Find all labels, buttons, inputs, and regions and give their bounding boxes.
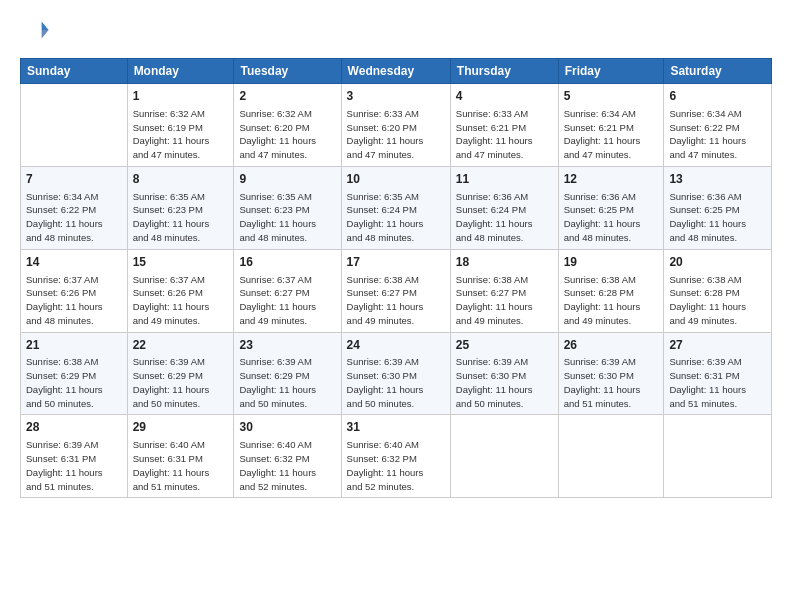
day-info: Sunrise: 6:32 AM Sunset: 6:19 PM Dayligh… [133,107,229,162]
day-number: 12 [564,171,659,188]
day-number: 8 [133,171,229,188]
day-number: 20 [669,254,766,271]
calendar-cell: 1Sunrise: 6:32 AM Sunset: 6:19 PM Daylig… [127,84,234,167]
day-info: Sunrise: 6:39 AM Sunset: 6:31 PM Dayligh… [669,355,766,410]
day-number: 17 [347,254,445,271]
calendar-cell: 27Sunrise: 6:39 AM Sunset: 6:31 PM Dayli… [664,332,772,415]
day-info: Sunrise: 6:34 AM Sunset: 6:22 PM Dayligh… [669,107,766,162]
svg-marker-1 [42,30,49,38]
day-number: 9 [239,171,335,188]
day-number: 23 [239,337,335,354]
day-number: 31 [347,419,445,436]
calendar-cell: 31Sunrise: 6:40 AM Sunset: 6:32 PM Dayli… [341,415,450,498]
calendar-cell: 19Sunrise: 6:38 AM Sunset: 6:28 PM Dayli… [558,249,664,332]
day-number: 29 [133,419,229,436]
calendar-cell: 18Sunrise: 6:38 AM Sunset: 6:27 PM Dayli… [450,249,558,332]
day-number: 4 [456,88,553,105]
day-info: Sunrise: 6:34 AM Sunset: 6:21 PM Dayligh… [564,107,659,162]
day-number: 7 [26,171,122,188]
day-info: Sunrise: 6:40 AM Sunset: 6:32 PM Dayligh… [347,438,445,493]
svg-marker-0 [42,22,49,30]
day-number: 13 [669,171,766,188]
calendar-cell [21,84,128,167]
day-info: Sunrise: 6:36 AM Sunset: 6:25 PM Dayligh… [669,190,766,245]
day-info: Sunrise: 6:34 AM Sunset: 6:22 PM Dayligh… [26,190,122,245]
day-info: Sunrise: 6:39 AM Sunset: 6:29 PM Dayligh… [133,355,229,410]
calendar-cell: 2Sunrise: 6:32 AM Sunset: 6:20 PM Daylig… [234,84,341,167]
day-info: Sunrise: 6:39 AM Sunset: 6:30 PM Dayligh… [564,355,659,410]
day-number: 24 [347,337,445,354]
day-number: 15 [133,254,229,271]
calendar-cell: 12Sunrise: 6:36 AM Sunset: 6:25 PM Dayli… [558,166,664,249]
day-info: Sunrise: 6:39 AM Sunset: 6:30 PM Dayligh… [347,355,445,410]
day-number: 6 [669,88,766,105]
calendar-cell: 10Sunrise: 6:35 AM Sunset: 6:24 PM Dayli… [341,166,450,249]
day-header-friday: Friday [558,59,664,84]
calendar-cell: 16Sunrise: 6:37 AM Sunset: 6:27 PM Dayli… [234,249,341,332]
calendar-cell: 30Sunrise: 6:40 AM Sunset: 6:32 PM Dayli… [234,415,341,498]
calendar-cell: 8Sunrise: 6:35 AM Sunset: 6:23 PM Daylig… [127,166,234,249]
calendar-week-4: 21Sunrise: 6:38 AM Sunset: 6:29 PM Dayli… [21,332,772,415]
day-info: Sunrise: 6:38 AM Sunset: 6:28 PM Dayligh… [564,273,659,328]
calendar-cell: 13Sunrise: 6:36 AM Sunset: 6:25 PM Dayli… [664,166,772,249]
day-info: Sunrise: 6:39 AM Sunset: 6:29 PM Dayligh… [239,355,335,410]
day-number: 25 [456,337,553,354]
logo [20,16,50,48]
day-number: 11 [456,171,553,188]
calendar-cell [664,415,772,498]
day-info: Sunrise: 6:32 AM Sunset: 6:20 PM Dayligh… [239,107,335,162]
calendar-cell: 29Sunrise: 6:40 AM Sunset: 6:31 PM Dayli… [127,415,234,498]
day-number: 14 [26,254,122,271]
day-number: 26 [564,337,659,354]
calendar-cell: 6Sunrise: 6:34 AM Sunset: 6:22 PM Daylig… [664,84,772,167]
day-info: Sunrise: 6:37 AM Sunset: 6:26 PM Dayligh… [26,273,122,328]
day-number: 28 [26,419,122,436]
day-info: Sunrise: 6:39 AM Sunset: 6:30 PM Dayligh… [456,355,553,410]
day-number: 3 [347,88,445,105]
calendar-cell: 20Sunrise: 6:38 AM Sunset: 6:28 PM Dayli… [664,249,772,332]
header [20,16,772,48]
calendar-cell: 7Sunrise: 6:34 AM Sunset: 6:22 PM Daylig… [21,166,128,249]
day-info: Sunrise: 6:35 AM Sunset: 6:23 PM Dayligh… [133,190,229,245]
day-header-thursday: Thursday [450,59,558,84]
calendar-header: SundayMondayTuesdayWednesdayThursdayFrid… [21,59,772,84]
calendar-cell: 14Sunrise: 6:37 AM Sunset: 6:26 PM Dayli… [21,249,128,332]
logo-icon [22,16,50,44]
calendar-cell: 26Sunrise: 6:39 AM Sunset: 6:30 PM Dayli… [558,332,664,415]
day-info: Sunrise: 6:33 AM Sunset: 6:20 PM Dayligh… [347,107,445,162]
day-number: 30 [239,419,335,436]
day-number: 1 [133,88,229,105]
calendar-cell [450,415,558,498]
calendar-cell: 5Sunrise: 6:34 AM Sunset: 6:21 PM Daylig… [558,84,664,167]
day-number: 10 [347,171,445,188]
day-number: 5 [564,88,659,105]
day-number: 27 [669,337,766,354]
day-number: 22 [133,337,229,354]
day-info: Sunrise: 6:40 AM Sunset: 6:31 PM Dayligh… [133,438,229,493]
day-info: Sunrise: 6:37 AM Sunset: 6:26 PM Dayligh… [133,273,229,328]
day-info: Sunrise: 6:39 AM Sunset: 6:31 PM Dayligh… [26,438,122,493]
calendar-cell: 11Sunrise: 6:36 AM Sunset: 6:24 PM Dayli… [450,166,558,249]
day-info: Sunrise: 6:38 AM Sunset: 6:29 PM Dayligh… [26,355,122,410]
day-info: Sunrise: 6:35 AM Sunset: 6:23 PM Dayligh… [239,190,335,245]
calendar-week-1: 1Sunrise: 6:32 AM Sunset: 6:19 PM Daylig… [21,84,772,167]
calendar-week-3: 14Sunrise: 6:37 AM Sunset: 6:26 PM Dayli… [21,249,772,332]
calendar-week-2: 7Sunrise: 6:34 AM Sunset: 6:22 PM Daylig… [21,166,772,249]
day-number: 18 [456,254,553,271]
day-header-monday: Monday [127,59,234,84]
calendar-week-5: 28Sunrise: 6:39 AM Sunset: 6:31 PM Dayli… [21,415,772,498]
page: SundayMondayTuesdayWednesdayThursdayFrid… [0,0,792,612]
day-header-tuesday: Tuesday [234,59,341,84]
day-number: 21 [26,337,122,354]
day-header-wednesday: Wednesday [341,59,450,84]
day-header-saturday: Saturday [664,59,772,84]
day-info: Sunrise: 6:38 AM Sunset: 6:27 PM Dayligh… [347,273,445,328]
calendar-table: SundayMondayTuesdayWednesdayThursdayFrid… [20,58,772,498]
calendar-cell: 15Sunrise: 6:37 AM Sunset: 6:26 PM Dayli… [127,249,234,332]
calendar-cell: 25Sunrise: 6:39 AM Sunset: 6:30 PM Dayli… [450,332,558,415]
day-info: Sunrise: 6:36 AM Sunset: 6:25 PM Dayligh… [564,190,659,245]
calendar-cell: 28Sunrise: 6:39 AM Sunset: 6:31 PM Dayli… [21,415,128,498]
day-info: Sunrise: 6:36 AM Sunset: 6:24 PM Dayligh… [456,190,553,245]
calendar-cell: 21Sunrise: 6:38 AM Sunset: 6:29 PM Dayli… [21,332,128,415]
day-info: Sunrise: 6:37 AM Sunset: 6:27 PM Dayligh… [239,273,335,328]
